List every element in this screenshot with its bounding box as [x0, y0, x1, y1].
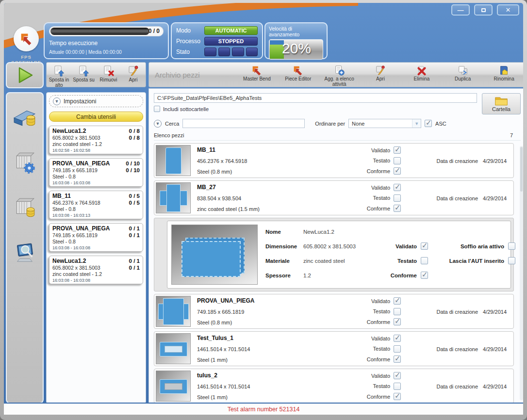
choose-folder-button[interactable]: Cartella: [482, 93, 521, 114]
queue-open-button[interactable]: Apri: [121, 63, 146, 87]
detail-air-blow-checkbox[interactable]: [508, 242, 515, 250]
add-to-task-list-button[interactable]: Agg. a elenco attività: [319, 63, 360, 87]
piece-name: MB_11: [197, 146, 338, 153]
detail-leave-aut-checkbox[interactable]: [508, 257, 515, 264]
scrollbar[interactable]: [520, 146, 523, 400]
tested-checkbox[interactable]: [394, 308, 401, 315]
queue-item[interactable]: NewLuca1.2 605.8002 x 381.5003 zinc coat…: [49, 256, 143, 284]
queue-item[interactable]: NewLuca1.2 605.8002 x 381.5003 zinc coat…: [49, 126, 143, 154]
detail-material-value: zinc coated steel: [303, 258, 385, 264]
queue-item-name: PROVA_UNA_PIEGA: [52, 225, 140, 232]
remove-from-queue-button[interactable]: Rimuovi: [96, 63, 121, 87]
queue-item-material: zinc coated steel - 1.2: [52, 271, 140, 277]
piece-row[interactable]: PROVA_UNA_PIEGA 749.185 x 665.1819 Steel…: [154, 294, 514, 329]
document-remove-icon: [102, 65, 115, 77]
tested-checkbox[interactable]: [394, 194, 401, 202]
close-icon: ✕: [506, 6, 511, 14]
created-date: 4/29/2014: [483, 195, 507, 201]
queue-item[interactable]: MB_11 456.2376 x 764.5918 Steel - 0.8 16…: [49, 191, 143, 219]
close-button[interactable]: ✕: [497, 4, 519, 16]
piece-row[interactable]: Test_Tulus_1 1461.5014 x 701.5014 Steel …: [154, 331, 514, 366]
nav-tool-archive-button[interactable]: [12, 195, 37, 220]
settings-expander[interactable]: ▼ Impostazioni: [49, 95, 143, 107]
delete-button[interactable]: Elimina: [401, 63, 442, 87]
validated-label: Validato: [371, 373, 390, 379]
search-expander-chevron-icon[interactable]: ▼: [154, 120, 162, 128]
validated-checkbox[interactable]: [394, 146, 401, 154]
select-chevron-icon: ▼: [412, 119, 421, 128]
execution-time-detail: Attuale 00:00:00 | Media 00:00:00: [49, 49, 164, 55]
piece-thumbnail: [156, 371, 191, 402]
move-to-top-button[interactable]: Sposta in alto: [47, 63, 71, 87]
queue-item[interactable]: PROVA_UNA_PIEGA 749.185 x 665.1819 Steel…: [49, 223, 143, 252]
detail-tested-checkbox[interactable]: [421, 257, 428, 264]
tested-checkbox[interactable]: [394, 383, 401, 390]
duplicate-button[interactable]: Duplica: [442, 63, 483, 87]
state-cell: [204, 48, 216, 56]
order-by-value: None: [352, 121, 364, 127]
mode-label: Modo: [176, 27, 204, 34]
execution-time-title: Tempo esecuzione: [49, 40, 164, 47]
selected-piece-detail[interactable]: Nome NewLuca1.2 Dimensione 605.8002 x 38…: [154, 218, 514, 291]
minimize-button[interactable]: —: [451, 4, 470, 16]
nav-machine-archive-button[interactable]: [12, 104, 37, 129]
tested-checkbox[interactable]: [394, 157, 401, 164]
asc-checkbox[interactable]: [425, 120, 432, 127]
rename-button[interactable]: Rinomina: [483, 63, 523, 87]
conform-checkbox[interactable]: [394, 205, 401, 212]
tested-label: Testato: [373, 308, 390, 314]
validated-checkbox[interactable]: [394, 372, 401, 379]
tested-checkbox[interactable]: [394, 345, 401, 353]
queue-item-material: Steel - 0.8: [52, 206, 140, 212]
validated-checkbox[interactable]: [394, 335, 401, 342]
queue-item[interactable]: PROVA_UNA_PIEGA 749.185 x 665.1819 Steel…: [49, 158, 143, 187]
piece-row[interactable]: MB_11 456.2376 x 764.5918 Steel (0.8 mm)…: [154, 143, 514, 178]
piece-list-count: 7: [510, 132, 513, 138]
piece-row[interactable]: MB_27 838.504 x 938.504 zinc coated stee…: [154, 180, 514, 215]
order-by-select[interactable]: None ▼: [348, 119, 421, 128]
queue-item-times: 16:03:08 - 16:03:08: [52, 278, 140, 283]
archive-open-button[interactable]: Apri: [360, 63, 401, 87]
edit-pencil-icon: [127, 65, 140, 77]
detail-validated-checkbox[interactable]: [421, 242, 428, 250]
search-input[interactable]: [182, 119, 305, 128]
validated-checkbox[interactable]: [394, 184, 401, 191]
validated-label: Validato: [371, 336, 390, 341]
state-label: Stato: [176, 48, 204, 55]
conform-checkbox[interactable]: [394, 393, 401, 400]
conform-checkbox[interactable]: [394, 355, 401, 363]
piece-row[interactable]: tulus_2 1461.5014 x 701.5014 Steel (1 mm…: [154, 369, 514, 404]
window-controls: — ✕: [451, 4, 519, 16]
piece-name: Test_Tulus_1: [197, 335, 338, 341]
detail-conform-checkbox[interactable]: [421, 272, 428, 279]
include-subfolders-checkbox[interactable]: [154, 106, 160, 112]
queue-item-times: 16:02:58 - 16:02:58: [52, 148, 140, 153]
nav-tool-setup-button[interactable]: [12, 149, 37, 175]
master-bend-button[interactable]: Master Bend: [236, 63, 278, 87]
detail-thickness-value: 1.2: [303, 273, 385, 278]
start-button[interactable]: [6, 62, 44, 88]
detail-leave-aut-label: Lascia l'AUT inserito: [434, 258, 508, 264]
conform-checkbox[interactable]: [394, 167, 401, 175]
document-move-up-icon: [78, 65, 90, 77]
settings-label: Impostazioni: [64, 98, 96, 105]
conform-checkbox[interactable]: [394, 318, 401, 325]
maximize-button[interactable]: [474, 4, 493, 16]
validated-checkbox[interactable]: [394, 297, 401, 305]
piece-editor-button[interactable]: Piece Editor: [278, 63, 319, 87]
state-cell: [232, 48, 244, 56]
piece-thumbnail: [156, 296, 191, 327]
folder-path-input[interactable]: [154, 93, 477, 103]
nav-diagnostics-button[interactable]: [12, 241, 37, 266]
machine-database-icon: [13, 104, 37, 129]
mode-value: AUTOMATIC: [204, 26, 258, 35]
scrollbar-thumb[interactable]: [520, 147, 523, 192]
master-bend-label: Master Bend: [243, 76, 271, 81]
minimize-icon: —: [458, 6, 464, 14]
process-value: STOPPED: [204, 37, 258, 46]
job-progress-value: 0 / 0: [148, 28, 160, 34]
move-up-button[interactable]: Sposta su: [71, 63, 96, 87]
change-tools-button[interactable]: Cambia utensili: [49, 112, 143, 122]
add-to-task-list-label: Agg. a elenco attività: [319, 76, 360, 87]
conform-label: Conforme: [367, 356, 390, 362]
